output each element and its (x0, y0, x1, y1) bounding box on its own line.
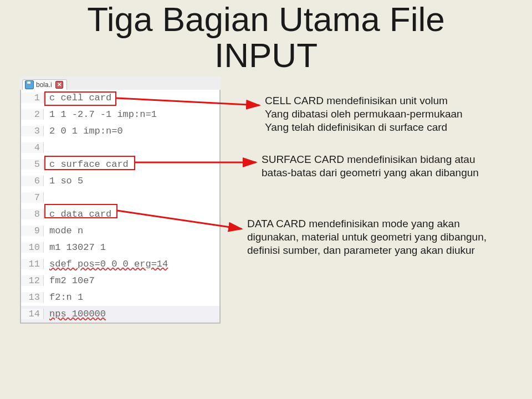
code-line: 4 (21, 140, 219, 156)
line-number: 11 (21, 259, 44, 269)
code-line: 10m1 13027 1 (21, 239, 219, 256)
code-text: 2 0 1 imp:n=0 (44, 126, 123, 136)
line-number: 6 (21, 176, 44, 186)
code-line: 32 0 1 imp:n=0 (21, 123, 219, 140)
editor-tabbar: bola.i ✕ (20, 76, 221, 91)
code-line: 12fm2 10e7 (21, 273, 219, 289)
anno-cell-l1: CELL CARD mendefinisikan unit volum (265, 95, 448, 106)
line-number: 3 (21, 126, 44, 136)
slide: Tiga Bagian Utama File INPUT bola.i ✕ 1c… (0, 0, 532, 399)
line-number: 5 (21, 159, 44, 170)
line-number: 2 (21, 109, 44, 120)
code-text: c data card (44, 209, 111, 219)
anno-surface-l1: SURFACE CARD mendefinisikan bidang atau (262, 154, 475, 165)
line-number: 7 (21, 192, 44, 203)
line-number: 8 (21, 209, 44, 219)
annotation-data-card: DATA CARD mendefinisikan mode yang akan … (247, 217, 487, 257)
code-text: 1 so 5 (44, 176, 83, 186)
code-line: 11sdef pos=0 0 0 erg=14 (21, 256, 219, 273)
anno-data-l1: DATA CARD mendefinisikan mode yang akan (247, 218, 460, 229)
code-text: f2:n 1 (44, 292, 83, 303)
code-text: fm2 10e7 (44, 275, 95, 286)
annotation-surface-card: SURFACE CARD mendefinisikan bidang atau … (262, 153, 479, 180)
code-text: sdef pos=0 0 0 erg=14 (44, 259, 168, 269)
line-number: 12 (21, 275, 44, 286)
code-editor: 1c cell card21 1 -2.7 -1 imp:n=132 0 1 i… (20, 90, 221, 324)
title-line-1: Tiga Bagian Utama File (87, 0, 445, 38)
code-line: 61 so 5 (21, 173, 219, 190)
code-line: 8c data card (21, 206, 219, 223)
code-text: 1 1 -2.7 -1 imp:n=1 (44, 109, 157, 120)
anno-data-l3: definisi sumber, dan parameter yang akan… (247, 244, 475, 256)
code-text: mode n (44, 226, 83, 236)
code-line: 14nps 100000 (21, 306, 219, 323)
anno-cell-l2: Yang dibatasi oleh permukaan-permukaan (265, 108, 463, 120)
file-tab-label: bola.i (36, 81, 52, 89)
code-line: 7 (21, 190, 219, 206)
anno-data-l2: digunakan, material untuk geometri yang … (247, 231, 487, 243)
save-icon (25, 80, 34, 89)
code-line: 9mode n (21, 223, 219, 239)
slide-title: Tiga Bagian Utama File INPUT (0, 1, 532, 73)
anno-cell-l3: Yang telah didefinisikan di surface card (265, 121, 447, 133)
annotation-cell-card: CELL CARD mendefinisikan unit volum Yang… (265, 94, 463, 134)
code-line: 13f2:n 1 (21, 289, 219, 306)
anno-surface-l2: batas-batas dari geometri yang akan diba… (262, 167, 479, 178)
line-number: 1 (21, 93, 44, 103)
file-tab[interactable]: bola.i ✕ (22, 79, 67, 90)
line-number: 10 (21, 242, 44, 253)
line-number: 14 (21, 309, 44, 319)
line-number: 13 (21, 292, 44, 303)
line-number: 9 (21, 226, 44, 236)
close-icon[interactable]: ✕ (55, 81, 63, 89)
code-line: 21 1 -2.7 -1 imp:n=1 (21, 106, 219, 123)
title-line-2: INPUT (214, 36, 318, 74)
code-line: 1c cell card (21, 90, 219, 106)
code-text: c cell card (44, 93, 111, 103)
code-text: m1 13027 1 (44, 242, 106, 253)
code-line: 5c surface card (21, 156, 219, 173)
code-text: nps 100000 (44, 309, 106, 319)
code-text: c surface card (44, 159, 129, 170)
line-number: 4 (21, 142, 44, 153)
